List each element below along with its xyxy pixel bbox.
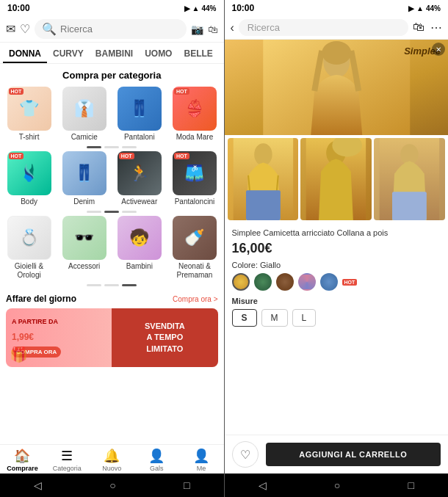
back-button[interactable]: ‹ bbox=[231, 21, 234, 35]
camicie-label: Camicie bbox=[71, 133, 98, 142]
home-btn-right[interactable]: ○ bbox=[334, 479, 340, 491]
affare-link[interactable]: Compra ora > bbox=[173, 295, 217, 303]
mail-icon[interactable]: ✉ bbox=[6, 22, 15, 36]
right-android-nav: ◁ ○ □ bbox=[225, 474, 449, 497]
battery-text: 44% bbox=[201, 4, 216, 12]
color-options: HOT bbox=[232, 273, 441, 291]
recents-btn-left[interactable]: □ bbox=[184, 479, 189, 491]
nav-gals[interactable]: 👤 Gals bbox=[134, 448, 179, 472]
size-s[interactable]: S bbox=[232, 309, 257, 327]
hot-tag: HOT bbox=[342, 279, 358, 286]
gals-icon: 👤 bbox=[148, 448, 165, 464]
more-icon[interactable]: ⋯ bbox=[430, 21, 442, 35]
category-neonati[interactable]: 🍼 Neonati & Premaman bbox=[168, 216, 220, 280]
category-pantaloni[interactable]: 👖 Pantaloni bbox=[113, 87, 165, 142]
affare-price-value: 1,99€ bbox=[12, 332, 34, 342]
right-status-icons: ▶ ▲ 44% bbox=[408, 4, 441, 12]
left-bottom-nav: 🏠 Comprare ☰ Categoria 🔔 Nuovo 👤 Gals 👤 … bbox=[0, 444, 224, 474]
nav-comprare[interactable]: 🏠 Comprare bbox=[0, 448, 45, 472]
back-btn-left[interactable]: ◁ bbox=[34, 479, 42, 491]
category-tshirt[interactable]: HOT 👕 T-shirt bbox=[3, 87, 55, 142]
color-brown[interactable] bbox=[276, 273, 294, 291]
category-pantaloncini[interactable]: HOT 🩳 Pantaloncini bbox=[168, 151, 220, 206]
tab-belle[interactable]: BELLE bbox=[178, 43, 218, 63]
neonati-figure: 🍼 bbox=[173, 216, 217, 260]
camera-icon[interactable]: 📷 bbox=[191, 23, 203, 35]
right-search-bar[interactable]: Ricerca bbox=[239, 19, 408, 36]
recents-btn-right[interactable]: □ bbox=[408, 479, 413, 491]
accessori-figure: 🕶️ bbox=[62, 216, 106, 260]
affare-from: A PARTIRE DA bbox=[12, 318, 106, 325]
product-price: 16,00€ bbox=[232, 241, 441, 256]
product-thumb-3[interactable] bbox=[374, 138, 445, 220]
category-gioielli[interactable]: 💍 Gioielli & Orologi bbox=[3, 216, 55, 280]
affare-right: SVENDITA A TEMPO LIMITATO bbox=[112, 308, 217, 367]
tshirt-label: T-shirt bbox=[19, 133, 40, 142]
bag-icon[interactable]: 🛍 bbox=[208, 23, 218, 35]
close-button[interactable]: ✕ bbox=[432, 43, 445, 56]
category-row-1: HOT 👕 T-shirt 👔 Camicie 👖 Pantaloni H bbox=[0, 87, 224, 142]
tab-curvy[interactable]: CURVY bbox=[47, 43, 90, 63]
category-row-2: HOT 🩱 Body 👖 Denim HOT 🏃 Activewear bbox=[0, 151, 224, 206]
nav-nuovo[interactable]: 🔔 Nuovo bbox=[90, 448, 134, 472]
bambini-figure: 🧒 bbox=[118, 216, 162, 260]
bag-icon-right[interactable]: 🛍 bbox=[413, 21, 424, 35]
denim-label: Denim bbox=[73, 197, 95, 206]
tab-bambini[interactable]: BAMBINI bbox=[90, 43, 139, 63]
pantaloni-figure: 👖 bbox=[118, 87, 162, 131]
nav-categoria[interactable]: ☰ Categoria bbox=[45, 448, 90, 472]
home-btn-left[interactable]: ○ bbox=[109, 479, 115, 491]
heart-icon[interactable]: ♡ bbox=[20, 22, 30, 36]
category-body[interactable]: HOT 🩱 Body bbox=[3, 151, 55, 206]
back-btn-right[interactable]: ◁ bbox=[259, 479, 267, 491]
dot-2 bbox=[104, 146, 119, 148]
divider-dots-2 bbox=[0, 211, 224, 213]
gioielli-label: Gioielli & Orologi bbox=[3, 262, 55, 280]
svg-point-2 bbox=[322, 41, 351, 65]
color-pink[interactable] bbox=[298, 273, 316, 291]
left-android-nav: ◁ ○ □ bbox=[0, 474, 224, 497]
product-hero: ✕ bbox=[225, 40, 449, 135]
color-blue[interactable] bbox=[320, 273, 338, 291]
moda-mare-label: Moda Mare bbox=[176, 133, 214, 142]
product-thumb-1[interactable] bbox=[228, 138, 299, 220]
denim-figure: 👖 bbox=[62, 151, 106, 195]
product-thumb-2[interactable] bbox=[300, 138, 372, 220]
left-search-input[interactable] bbox=[60, 23, 179, 35]
tab-donna[interactable]: DONNA bbox=[3, 43, 47, 63]
affare-banner: A PARTIRE DA 1,99€ COMPRA ORA SVENDITA A… bbox=[6, 308, 218, 367]
section-title: Compra per categoria bbox=[0, 70, 224, 81]
color-green[interactable] bbox=[254, 273, 272, 291]
size-m[interactable]: M bbox=[261, 309, 288, 327]
moda-mare-img: HOT 👙 bbox=[173, 87, 217, 131]
category-denim[interactable]: 👖 Denim bbox=[58, 151, 110, 206]
camicie-img: 👔 bbox=[62, 87, 106, 131]
add-to-cart-button[interactable]: AGGIUNGI AL CARRELLO bbox=[266, 443, 441, 466]
category-bambini[interactable]: 🧒 Bambini bbox=[113, 216, 165, 280]
hot-badge-moda-mare: HOT bbox=[174, 88, 189, 95]
right-search-placeholder: Ricerca bbox=[248, 22, 280, 33]
left-status-icons: ▶ ▲ 44% bbox=[184, 4, 217, 12]
category-camicie[interactable]: 👔 Camicie bbox=[58, 87, 110, 142]
category-moda-mare[interactable]: HOT 👙 Moda Mare bbox=[168, 87, 220, 142]
wifi-icon: ▲ bbox=[192, 4, 200, 12]
dot-7 bbox=[87, 284, 101, 286]
bambini-img: 🧒 bbox=[118, 216, 162, 260]
divider-dots-3 bbox=[0, 284, 224, 286]
body-label: Body bbox=[21, 197, 37, 206]
category-accessori[interactable]: 🕶️ Accessori bbox=[58, 216, 110, 280]
wishlist-button[interactable]: ♡ bbox=[232, 441, 259, 468]
nav-me[interactable]: 👤 Me bbox=[179, 448, 224, 472]
color-gold[interactable] bbox=[232, 273, 250, 291]
product-thumbnails bbox=[225, 135, 449, 223]
gioielli-figure: 💍 bbox=[8, 217, 51, 259]
camicie-figure: 👔 bbox=[62, 87, 106, 131]
category-activewear[interactable]: HOT 🏃 Activewear bbox=[113, 151, 165, 206]
size-l[interactable]: L bbox=[292, 309, 317, 327]
denim-img: 👖 bbox=[62, 151, 106, 195]
new-icon: 🔔 bbox=[104, 448, 120, 464]
tab-uomo[interactable]: UOMO bbox=[139, 43, 178, 63]
left-search-bar[interactable]: 🔍 bbox=[35, 19, 187, 39]
left-nav-tabs: DONNA CURVY BAMBINI UOMO BELLE bbox=[0, 43, 224, 64]
left-panel: 10:00 ▶ ▲ 44% ✉ ♡ 🔍 📷 🛍 DONNA CURVY BAMB… bbox=[0, 0, 224, 497]
